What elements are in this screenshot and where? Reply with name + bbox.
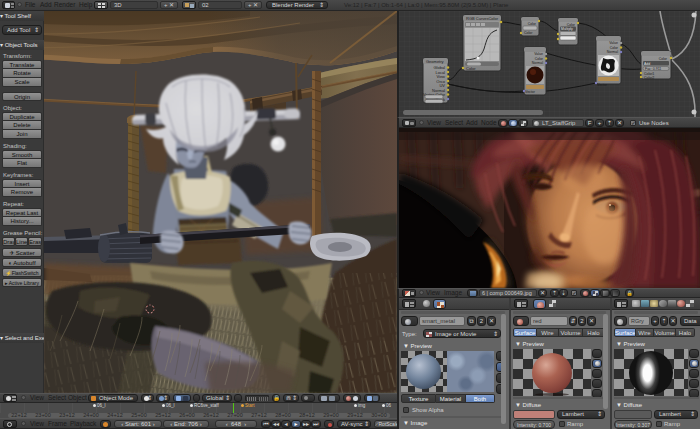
svg-text:Color: Color: [528, 22, 537, 26]
svg-text:Value: Value: [534, 52, 543, 56]
svg-text:Color: Color: [567, 23, 576, 27]
svg-text:Color: Color: [488, 16, 498, 21]
svg-text:Color: Color: [610, 46, 619, 50]
svg-text:Color2: Color2: [644, 76, 654, 80]
svg-text:Color: Color: [659, 57, 668, 61]
svg-text:Normal: Normal: [532, 61, 544, 65]
svg-text:RGB Curves: RGB Curves: [466, 16, 488, 21]
svg-text:Geometry: Geometry: [426, 59, 444, 64]
svg-text:Color: Color: [466, 66, 476, 71]
svg-text:Add: Add: [644, 62, 650, 66]
svg-text:Vector: Vector: [597, 83, 608, 87]
svg-text:Normal: Normal: [607, 50, 619, 54]
svg-text:Value: Value: [609, 41, 618, 45]
svg-text:Vector: Vector: [525, 90, 536, 94]
svg-text:Multiply: Multiply: [561, 27, 573, 31]
svg-text:Color: Color: [524, 31, 533, 35]
svg-text:Fac: 0.911: Fac: 0.911: [645, 67, 661, 71]
svg-text:Color: Color: [535, 57, 544, 61]
